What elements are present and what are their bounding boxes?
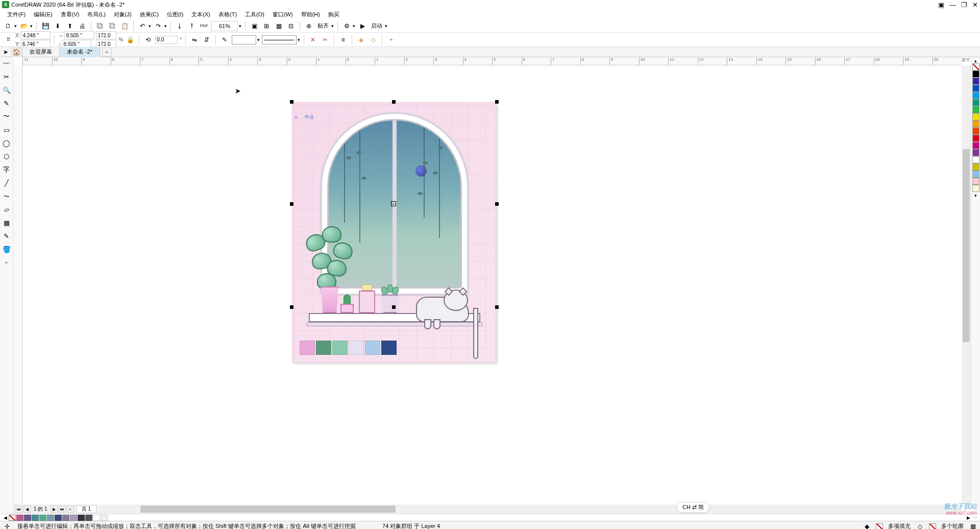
snap-icon[interactable]: ⊕ bbox=[304, 21, 314, 31]
mirror-v-button[interactable]: ⇵ bbox=[202, 35, 212, 45]
cloud-up-icon[interactable]: ⬆ bbox=[65, 21, 75, 31]
window-extra-icon[interactable]: ▣ bbox=[938, 1, 944, 9]
launch-icon[interactable]: ▶ bbox=[357, 21, 368, 31]
ime-indicator[interactable]: CH ⇄ 简 bbox=[677, 502, 709, 513]
menu-bitmap[interactable]: 位图(I) bbox=[163, 11, 187, 18]
menu-object[interactable]: 对象(J) bbox=[110, 11, 136, 18]
color-swatch[interactable] bbox=[972, 128, 979, 135]
launch-label[interactable]: 启动 bbox=[370, 22, 384, 30]
sel-handle-ml[interactable] bbox=[290, 202, 293, 206]
doc-swatch[interactable] bbox=[85, 515, 92, 521]
text-tool[interactable]: 字 bbox=[2, 164, 12, 175]
line-style-select[interactable] bbox=[262, 35, 297, 44]
import-button[interactable]: ⭳ bbox=[175, 21, 185, 31]
rotation-input[interactable] bbox=[155, 36, 178, 44]
transparency-tool[interactable]: ▦ bbox=[2, 218, 12, 228]
color-swatch[interactable] bbox=[972, 149, 979, 156]
vertical-scrollbar[interactable] bbox=[962, 65, 971, 504]
w-input[interactable] bbox=[64, 31, 94, 39]
page-last-button[interactable]: ⏭ bbox=[59, 506, 66, 513]
menu-view[interactable]: 查看(V) bbox=[57, 11, 84, 18]
save-button[interactable]: 💾 bbox=[40, 21, 51, 31]
options-button[interactable]: ⚙ bbox=[341, 21, 352, 31]
polygon-tool[interactable]: ⬡ bbox=[2, 151, 12, 161]
color-swatch[interactable] bbox=[972, 135, 979, 142]
color-swatch[interactable] bbox=[972, 92, 979, 99]
ellipse-tool[interactable]: ◯ bbox=[2, 138, 12, 148]
pdf-button[interactable]: PDF bbox=[199, 21, 209, 31]
outline-icon[interactable]: ◇ bbox=[916, 522, 924, 530]
doc-swatch[interactable] bbox=[47, 515, 54, 521]
add-button[interactable]: + bbox=[386, 35, 396, 45]
menu-effects[interactable]: 效果(C) bbox=[136, 11, 163, 18]
artwork[interactable]: A 中点 bbox=[292, 102, 496, 363]
color-swatch[interactable] bbox=[972, 99, 979, 106]
doc-swatch[interactable] bbox=[101, 515, 108, 521]
color-swatch[interactable] bbox=[972, 78, 979, 85]
fill-tool[interactable]: 🪣 bbox=[2, 244, 12, 254]
export-button[interactable]: ⭱ bbox=[187, 21, 197, 31]
page-tab[interactable]: 页 1 bbox=[76, 505, 96, 513]
sel-handle-bl[interactable] bbox=[290, 305, 293, 309]
horizontal-ruler[interactable]: 1110987654321012345678910111213141516171… bbox=[22, 57, 962, 65]
sel-handle-mr[interactable] bbox=[495, 202, 499, 206]
dimension-tool[interactable]: ╱ bbox=[2, 178, 12, 188]
doc-swatch[interactable] bbox=[55, 515, 62, 521]
mirror-h-button[interactable]: ⇋ bbox=[189, 35, 200, 45]
tab-welcome[interactable]: 欢迎屏幕 bbox=[22, 47, 60, 57]
menu-tools[interactable]: 工具(O) bbox=[241, 11, 268, 18]
color-swatch[interactable] bbox=[972, 185, 979, 192]
wrap-text-button[interactable]: ✕ bbox=[308, 35, 318, 45]
palette-right-icon[interactable]: ▶ bbox=[965, 515, 971, 520]
menu-help[interactable]: 帮助(H) bbox=[297, 11, 324, 18]
doc-swatch[interactable] bbox=[93, 515, 100, 521]
menu-layout[interactable]: 布局(L) bbox=[83, 11, 109, 18]
lock-ratio-button[interactable]: 🔒 bbox=[125, 35, 135, 45]
status-extra-icon[interactable]: ▦ bbox=[969, 522, 977, 530]
vertical-ruler[interactable] bbox=[13, 65, 22, 504]
tab-doc1[interactable]: 未命名 -2* bbox=[60, 47, 100, 57]
menu-window[interactable]: 窗口(W) bbox=[268, 11, 297, 18]
canvas-viewport[interactable]: ➤ A 中点 bbox=[22, 65, 962, 504]
rulers-button[interactable]: ⊞ bbox=[261, 21, 272, 31]
sel-handle-tl[interactable] bbox=[290, 100, 293, 104]
open-button[interactable]: 📂 bbox=[19, 21, 29, 31]
menu-file[interactable]: 文件(F) bbox=[3, 11, 30, 18]
page-next-button[interactable]: ▶ bbox=[51, 506, 58, 513]
menu-edit[interactable]: 编辑(E) bbox=[30, 11, 57, 18]
page-prev-button[interactable]: ◀ bbox=[23, 506, 31, 513]
zoom-input[interactable] bbox=[211, 21, 238, 31]
color-swatch[interactable] bbox=[972, 142, 979, 149]
doc-swatch[interactable] bbox=[32, 515, 39, 521]
minimize-icon[interactable]: — bbox=[949, 1, 956, 9]
menu-text[interactable]: 文本(X) bbox=[187, 11, 214, 18]
color-swatch[interactable] bbox=[972, 163, 979, 171]
align-button[interactable]: ≡ bbox=[338, 35, 348, 45]
color-swatch[interactable] bbox=[972, 171, 979, 178]
guides-button[interactable]: ⊟ bbox=[286, 21, 296, 31]
crop-tool[interactable]: ✂ bbox=[2, 71, 12, 82]
color-swatch[interactable] bbox=[972, 85, 979, 92]
doc-no-color[interactable] bbox=[9, 515, 16, 521]
color-swatch[interactable] bbox=[972, 156, 979, 163]
artistic-tool[interactable]: 〜 bbox=[2, 111, 12, 122]
no-color-swatch[interactable] bbox=[972, 63, 979, 70]
zoom-tool[interactable]: 🔍 bbox=[2, 85, 12, 95]
sx-input[interactable] bbox=[96, 31, 116, 39]
outline-pen-icon[interactable]: ✎ bbox=[219, 35, 230, 45]
redo-button[interactable]: ↷ bbox=[153, 21, 163, 31]
doc-swatch[interactable] bbox=[16, 515, 23, 521]
color-swatch[interactable] bbox=[972, 121, 979, 128]
connector-tool[interactable]: ⤳ bbox=[2, 191, 12, 201]
wrap-text-button-2[interactable]: ✂ bbox=[320, 35, 330, 45]
sel-handle-tm[interactable] bbox=[392, 100, 396, 104]
page-first-button[interactable]: ⏮ bbox=[15, 506, 22, 513]
palette-up-icon[interactable]: ▴ bbox=[974, 58, 977, 63]
fullscreen-button[interactable]: ▣ bbox=[249, 21, 259, 31]
page-add-button[interactable]: + bbox=[67, 506, 74, 513]
outline-swatch[interactable] bbox=[929, 523, 936, 530]
doc-swatch[interactable] bbox=[39, 515, 46, 521]
maximize-icon[interactable]: ❐ bbox=[961, 1, 967, 9]
order-back-button[interactable]: ◇ bbox=[368, 35, 378, 45]
doc-swatch[interactable] bbox=[62, 515, 69, 521]
